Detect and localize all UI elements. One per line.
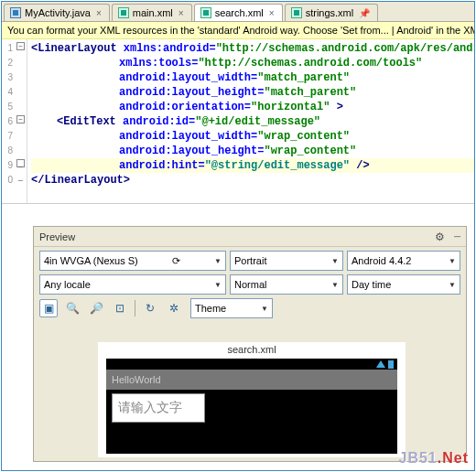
device-select[interactable]: 4in WVGA (Nexus S)⟳▼ <box>39 251 226 271</box>
edittext-preview: 请输入文字 <box>112 393 205 423</box>
layout-canvas[interactable]: search.xml HelloWorld 请输入文字 <box>98 342 406 457</box>
close-icon[interactable]: × <box>96 8 102 18</box>
settings-icon[interactable]: ✲ <box>165 299 183 317</box>
wifi-icon <box>376 360 385 368</box>
zoom-in-icon[interactable]: 🔍 <box>63 299 81 317</box>
phone-frame: HelloWorld 请输入文字 <box>106 359 397 454</box>
chevron-down-icon: ▼ <box>214 257 222 265</box>
locale-select[interactable]: Any locale▼ <box>39 274 226 295</box>
close-icon[interactable]: × <box>269 8 275 18</box>
tab-myactivity[interactable]: MyActivity.java× <box>4 4 110 21</box>
render-button[interactable]: ▣ <box>39 299 58 317</box>
refresh-icon[interactable]: ↻ <box>141 299 159 317</box>
tab-search-xml[interactable]: search.xml× <box>194 4 283 21</box>
code-area[interactable]: <LinearLayout xmlns:android="http://sche… <box>27 39 474 203</box>
hint-text: 请输入文字 <box>118 400 182 416</box>
java-file-icon <box>10 7 21 18</box>
uimode-select[interactable]: Normal▼ <box>230 274 343 295</box>
api-select[interactable]: Android 4.4.2▼ <box>347 251 460 271</box>
zoom-fit-icon[interactable]: ⊡ <box>111 299 129 317</box>
app-title: HelloWorld <box>112 374 161 385</box>
battery-icon <box>388 360 394 369</box>
pin-icon[interactable]: 📌 <box>359 8 370 18</box>
chevron-down-icon: ▼ <box>331 281 339 289</box>
chevron-down-icon: ▼ <box>331 257 339 265</box>
refresh-icon[interactable]: ⟳ <box>172 255 180 267</box>
daytime-select[interactable]: Day time▼ <box>347 274 460 295</box>
format-hint-bar[interactable]: You can format your XML resources in the… <box>2 22 474 39</box>
preview-title-label: Preview <box>39 231 75 242</box>
app-bar: HelloWorld <box>106 370 397 390</box>
tab-main-xml[interactable]: main.xml× <box>112 4 192 21</box>
tab-label: search.xml <box>215 7 264 18</box>
xml-file-icon <box>200 7 211 18</box>
preview-panel: Preview ⚙ ─ 4in WVGA (Nexus S)⟳▼ Portrai… <box>33 226 467 462</box>
theme-select[interactable]: Theme▼ <box>190 298 273 318</box>
collapse-icon[interactable]: ─ <box>454 231 460 241</box>
xml-file-icon <box>118 7 129 18</box>
tab-label: MyActivity.java <box>25 7 91 18</box>
fold-end-icon: ⎯ <box>16 159 25 167</box>
zoom-out-icon[interactable]: 🔎 <box>87 299 105 317</box>
code-editor[interactable]: 1234567890 − − ⎯ ⎯ <LinearLayout xmlns:a… <box>2 39 474 204</box>
separator <box>135 300 135 316</box>
close-icon[interactable]: × <box>178 8 184 18</box>
chevron-down-icon: ▼ <box>214 281 222 289</box>
fold-toggle[interactable]: − <box>16 115 25 123</box>
line-gutter: 1234567890 <box>2 39 15 203</box>
canvas-filename: search.xml <box>98 342 406 359</box>
chevron-down-icon: ▼ <box>261 305 268 313</box>
orientation-select[interactable]: Portrait▼ <box>230 251 343 271</box>
gear-icon[interactable]: ⚙ <box>435 231 445 243</box>
watermark: JB51.Net <box>399 450 469 467</box>
fold-gutter: − − ⎯ ⎯ <box>15 39 27 203</box>
xml-file-icon <box>291 7 302 18</box>
tab-strings-xml[interactable]: strings.xml📌 <box>285 4 379 21</box>
fold-end-icon: ⎯ <box>16 174 25 182</box>
preview-toolbar: ▣ 🔍 🔎 ⊡ ↻ ✲ Theme▼ <box>34 295 466 322</box>
chevron-down-icon: ▼ <box>449 257 456 265</box>
tab-label: main.xml <box>133 7 173 18</box>
status-bar <box>106 359 397 370</box>
fold-toggle[interactable]: − <box>16 42 25 50</box>
editor-tabs: MyActivity.java× main.xml× search.xml× s… <box>2 2 474 22</box>
chevron-down-icon: ▼ <box>449 281 456 289</box>
tab-label: strings.xml <box>306 7 354 18</box>
preview-titlebar: Preview ⚙ ─ <box>34 227 466 247</box>
